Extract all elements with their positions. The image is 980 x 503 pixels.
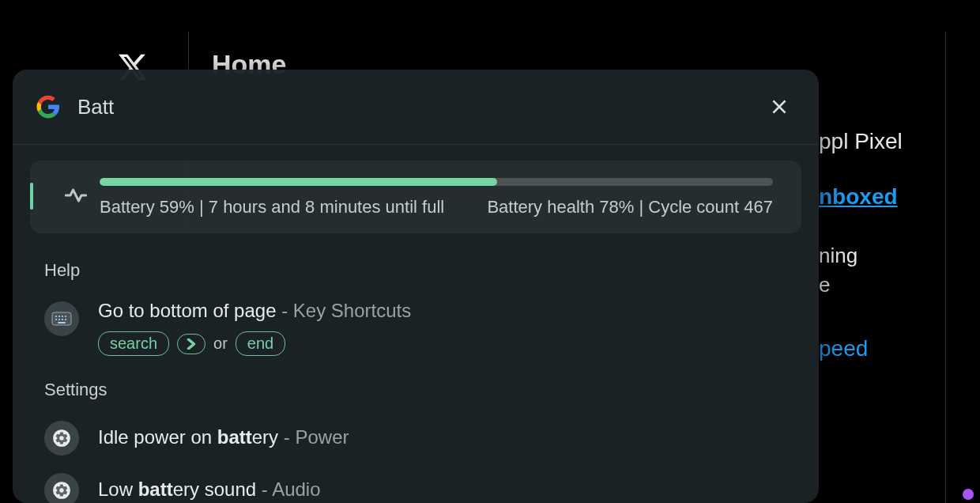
sidebar-text-line: e — [819, 270, 977, 299]
result-title-category: Power — [295, 426, 349, 448]
section-label-settings: Settings — [30, 380, 801, 400]
result-help-shortcut[interactable]: Go to bottom of page - Key Shortcuts sea… — [30, 295, 801, 380]
svg-point-5 — [55, 319, 57, 320]
result-title-category: Audio — [272, 478, 320, 500]
result-title: Idle power on battery - Power — [98, 426, 801, 448]
result-title: Low battery sound - Audio — [98, 478, 801, 501]
svg-point-10 — [53, 429, 70, 447]
search-input[interactable] — [77, 95, 763, 119]
selection-accent — [30, 183, 33, 210]
gear-icon — [44, 473, 79, 503]
result-settings-low-battery-sound[interactable]: Low battery sound - Audio — [30, 467, 801, 503]
close-button[interactable] — [763, 91, 795, 123]
svg-point-1 — [55, 316, 57, 317]
battery-progress-fill — [100, 178, 497, 186]
result-title-category: Key Shortcuts — [293, 300, 411, 321]
result-title-sep: - — [256, 478, 272, 500]
chevron-right-icon — [186, 338, 197, 350]
battery-status-card[interactable]: Battery 59% | 7 hours and 8 minutes unti… — [30, 161, 801, 233]
result-text: ery sound — [173, 478, 256, 500]
keyboard-icon — [44, 301, 79, 336]
result-title-sep: - — [276, 300, 292, 321]
sidebar-text-line: ning — [819, 241, 977, 270]
notification-dot — [963, 489, 974, 500]
key-pill-search: search — [98, 331, 169, 356]
key-or-text: or — [213, 335, 228, 353]
svg-point-11 — [53, 482, 70, 499]
result-title-main: Go to bottom of page — [98, 300, 276, 321]
battery-health-text: Battery health 78% | Cycle count 467 — [487, 197, 773, 217]
svg-point-7 — [62, 319, 63, 320]
result-text: ery — [252, 426, 278, 448]
result-text: Idle power on — [98, 426, 217, 448]
google-icon — [36, 95, 60, 119]
result-title-sep: - — [278, 426, 295, 448]
battery-charge-text: Battery 59% | 7 hours and 8 minutes unti… — [100, 197, 444, 217]
key-shortcut-row: search or end — [98, 331, 801, 356]
palette-header — [13, 70, 819, 144]
result-settings-idle-power[interactable]: Idle power on battery - Power — [30, 414, 801, 467]
result-text: Low — [98, 478, 138, 500]
svg-point-6 — [58, 319, 60, 320]
key-pill-chevron — [177, 334, 205, 354]
svg-point-4 — [65, 316, 66, 317]
result-highlight: batt — [217, 426, 252, 448]
key-pill-end: end — [236, 331, 285, 356]
command-palette: Battery 59% | 7 hours and 8 minutes unti… — [13, 70, 819, 503]
section-label-help: Help — [30, 260, 801, 281]
result-highlight: batt — [138, 478, 173, 500]
sidebar-link-fragment[interactable]: nboxed — [819, 183, 977, 210]
close-icon — [769, 96, 790, 117]
right-sidebar-fragment: ppl Pixel nboxed ning e peed — [819, 128, 977, 362]
battery-progress-track — [100, 178, 773, 186]
sidebar-text-fragment: ppl Pixel — [819, 128, 977, 155]
svg-rect-9 — [58, 322, 66, 323]
sidebar-text-fragment: ning e — [819, 241, 977, 299]
sidebar-hashtag-fragment: peed — [819, 335, 977, 362]
svg-point-8 — [65, 319, 66, 320]
activity-icon — [65, 184, 87, 206]
result-title: Go to bottom of page - Key Shortcuts — [98, 300, 801, 322]
svg-point-2 — [58, 316, 60, 317]
svg-point-3 — [62, 316, 63, 317]
gear-icon — [44, 421, 79, 456]
